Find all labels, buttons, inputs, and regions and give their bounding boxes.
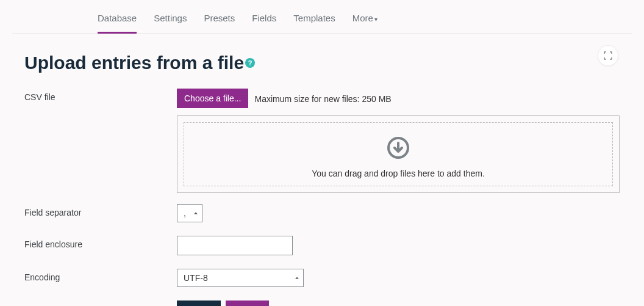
field-enclosure-input[interactable] — [177, 236, 293, 255]
label-encoding: Encoding — [24, 269, 177, 282]
tab-more-label: More — [352, 13, 373, 23]
page-title: Upload entries from a file — [24, 53, 244, 73]
download-arrow-icon — [386, 136, 410, 160]
label-field-separator: Field separator — [24, 204, 177, 217]
fullscreen-button[interactable] — [598, 45, 618, 66]
choose-file-button[interactable]: Choose a file... — [177, 89, 248, 108]
tab-settings[interactable]: Settings — [154, 2, 187, 34]
tab-bar: Database Settings Presets Fields Templat… — [12, 0, 632, 34]
help-icon[interactable]: ? — [245, 58, 255, 68]
field-separator-select[interactable]: , — [177, 204, 202, 222]
cancel-button[interactable]: Cancel — [226, 301, 270, 306]
tab-database[interactable]: Database — [98, 2, 137, 34]
encoding-select[interactable]: UTF-8 — [177, 269, 304, 287]
label-csv-file: CSV file — [24, 89, 177, 102]
file-dropzone[interactable]: You can drag and drop files here to add … — [184, 122, 613, 186]
tab-templates[interactable]: Templates — [293, 2, 335, 34]
expand-icon — [604, 51, 612, 60]
tab-more[interactable]: More▾ — [352, 2, 377, 34]
chevron-down-icon: ▾ — [374, 16, 377, 23]
submit-button[interactable]: Submit — [177, 301, 221, 306]
label-field-enclosure: Field enclosure — [24, 236, 177, 249]
dropzone-text: You can drag and drop files here to add … — [312, 169, 485, 178]
file-picker: You can drag and drop files here to add … — [177, 115, 620, 193]
tab-presets[interactable]: Presets — [204, 2, 235, 34]
max-size-hint: Maximum size for new files: 250 MB — [255, 94, 392, 104]
tab-fields[interactable]: Fields — [252, 2, 276, 34]
